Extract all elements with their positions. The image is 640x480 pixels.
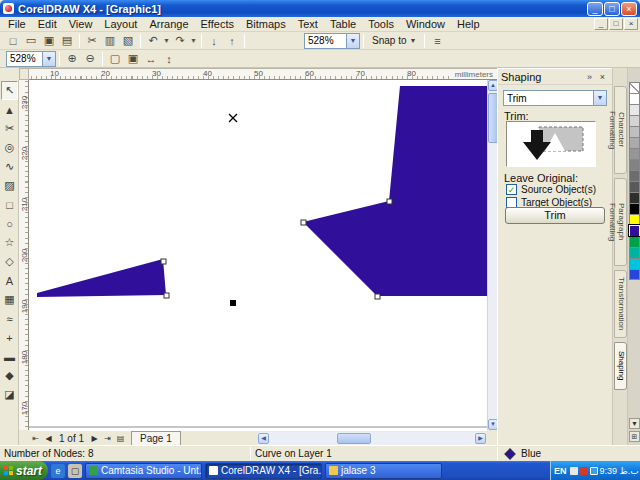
vertical-ruler[interactable]: 230 220 210 200 190 180 170 — [19, 80, 29, 430]
polygon-tool[interactable]: ☆ — [1, 233, 18, 252]
cut-icon[interactable]: ✂ — [83, 33, 101, 49]
tab-paragraph-formatting[interactable]: Paragraph Formatting — [614, 178, 627, 266]
tray-icon[interactable] — [570, 467, 578, 475]
vertical-scrollbar[interactable]: ▲ ▼ — [487, 80, 497, 430]
curve-node[interactable] — [164, 293, 169, 298]
redo-dropdown-icon[interactable]: ▼ — [189, 33, 198, 49]
menu-layout[interactable]: Layout — [98, 17, 143, 31]
shaping-operation-select[interactable]: Trim ▼ — [503, 90, 607, 106]
close-button[interactable]: × — [621, 2, 637, 16]
fill-tool[interactable]: ◆ — [1, 366, 18, 385]
interactive-fill-tool[interactable]: ◪ — [1, 385, 18, 404]
options-icon[interactable]: ≡ — [428, 33, 446, 49]
start-button[interactable]: start — [0, 461, 48, 480]
color-swatch[interactable] — [629, 137, 640, 148]
color-swatch[interactable] — [629, 93, 640, 104]
zoom-tool[interactable]: ◎ — [1, 138, 18, 157]
menu-window[interactable]: Window — [400, 17, 451, 31]
smart-fill-tool[interactable]: ▨ — [1, 176, 18, 195]
horizontal-ruler[interactable]: 10 20 30 40 50 60 70 80 90 millimeters — [29, 68, 497, 80]
tray-icon[interactable] — [580, 467, 588, 475]
next-page-icon[interactable]: ▶ — [88, 432, 101, 445]
chevron-down-icon[interactable]: ▼ — [346, 34, 359, 48]
curve-node[interactable] — [387, 199, 392, 204]
zoom-in-icon[interactable]: ⊕ — [63, 51, 81, 67]
source-objects-checkbox[interactable]: ✓ — [506, 184, 517, 195]
task-camtasia[interactable]: Camtasia Studio - Unt... — [85, 463, 202, 479]
task-jalase-folder[interactable]: jalase 3 — [325, 463, 442, 479]
basic-shapes-tool[interactable]: ◇ — [1, 252, 18, 271]
rectangle-tool[interactable]: □ — [1, 195, 18, 214]
mdi-restore-button[interactable]: □ — [609, 18, 623, 30]
new-document-icon[interactable]: □ — [4, 33, 22, 49]
page-tab[interactable]: Page 1 — [131, 431, 181, 445]
color-swatch[interactable] — [629, 148, 640, 159]
color-swatch[interactable] — [629, 170, 640, 181]
horizontal-scrollbar[interactable]: ◀ ▶ — [258, 432, 486, 445]
task-coreldraw[interactable]: CorelDRAW X4 - [Gra... — [205, 463, 322, 479]
menu-effects[interactable]: Effects — [195, 17, 240, 31]
menu-view[interactable]: View — [63, 17, 99, 31]
mdi-minimize-button[interactable]: _ — [594, 18, 608, 30]
minimize-button[interactable]: _ — [587, 2, 603, 16]
undo-icon[interactable]: ↶ — [144, 33, 162, 49]
ellipse-tool[interactable]: ○ — [1, 214, 18, 233]
quick-launch-browser-icon[interactable]: e — [51, 464, 65, 478]
palette-expand-icon[interactable]: ⊞ — [629, 431, 640, 442]
curve-node[interactable] — [301, 220, 306, 225]
chevron-down-icon[interactable]: ▼ — [42, 52, 55, 66]
color-swatch[interactable] — [629, 192, 640, 203]
menu-help[interactable]: Help — [451, 17, 486, 31]
restore-button[interactable]: □ — [604, 2, 620, 16]
color-swatch[interactable] — [629, 269, 640, 280]
docker-flyout-icon[interactable]: » — [583, 72, 596, 82]
docker-close-icon[interactable]: × — [596, 72, 609, 82]
zoom-level-combo[interactable]: 528% ▼ — [304, 33, 360, 49]
trimmed-wedge-shape[interactable] — [37, 259, 166, 297]
property-zoom-combo[interactable]: 528% ▼ — [6, 51, 56, 67]
tray-icon[interactable] — [590, 467, 598, 475]
zoom-selected-icon[interactable]: ▢ — [106, 51, 124, 67]
palette-scroll-down-icon[interactable]: ▼ — [629, 418, 640, 429]
trimmed-star-shape[interactable] — [303, 86, 487, 296]
no-color-swatch[interactable] — [629, 82, 640, 93]
snap-to-button[interactable]: Snap to ▼ — [367, 33, 421, 49]
color-swatch[interactable] — [629, 159, 640, 170]
mdi-close-button[interactable]: × — [624, 18, 638, 30]
scroll-left-icon[interactable]: ◀ — [258, 433, 269, 444]
horizontal-scroll-thumb[interactable] — [337, 433, 371, 444]
freehand-tool[interactable]: ∿ — [1, 157, 18, 176]
color-swatch[interactable] — [629, 258, 640, 269]
scroll-right-icon[interactable]: ▶ — [475, 433, 486, 444]
object-center-marker[interactable] — [229, 114, 237, 122]
zoom-out-icon[interactable]: ⊖ — [81, 51, 99, 67]
menu-bitmaps[interactable]: Bitmaps — [240, 17, 292, 31]
chevron-down-icon[interactable]: ▼ — [593, 91, 606, 105]
ruler-origin[interactable] — [19, 68, 29, 80]
selected-color-swatch[interactable] — [629, 225, 640, 236]
menu-file[interactable]: File — [2, 17, 32, 31]
tab-shaping[interactable]: Shaping — [614, 342, 627, 390]
color-swatch[interactable] — [629, 203, 640, 214]
trim-button[interactable]: Trim — [505, 207, 605, 224]
copy-icon[interactable]: ▥ — [101, 33, 119, 49]
interactive-blend-tool[interactable]: ≈ — [1, 309, 18, 328]
save-icon[interactable]: ▣ — [40, 33, 58, 49]
drawing-canvas[interactable] — [29, 80, 487, 430]
last-page-icon[interactable]: ⇥ — [101, 432, 114, 445]
open-icon[interactable]: ▭ — [22, 33, 40, 49]
color-swatch[interactable] — [629, 181, 640, 192]
selected-node[interactable] — [230, 300, 236, 306]
crop-tool[interactable]: ✂ — [1, 119, 18, 138]
menu-edit[interactable]: Edit — [32, 17, 63, 31]
text-tool[interactable]: A — [1, 271, 18, 290]
zoom-width-icon[interactable]: ↔ — [142, 51, 160, 67]
print-icon[interactable]: ▤ — [58, 33, 76, 49]
redo-icon[interactable]: ↷ — [171, 33, 189, 49]
menu-tools[interactable]: Tools — [362, 17, 400, 31]
color-swatch[interactable] — [629, 247, 640, 258]
zoom-height-icon[interactable]: ↕ — [160, 51, 178, 67]
color-swatch[interactable] — [629, 126, 640, 137]
zoom-page-icon[interactable]: ▣ — [124, 51, 142, 67]
pick-tool[interactable]: ↖ — [1, 81, 18, 100]
